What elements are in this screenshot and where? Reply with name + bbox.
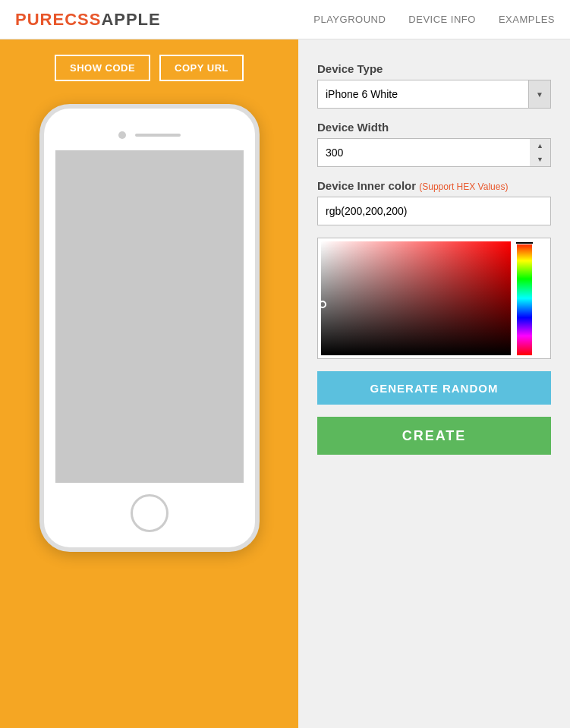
- nav-link-examples[interactable]: EXAMPLES: [499, 14, 555, 25]
- color-gradient-picker[interactable]: [321, 241, 511, 355]
- logo-apple-text: APPLE: [101, 10, 160, 29]
- iphone-mockup: [39, 104, 260, 552]
- show-code-button[interactable]: SHOW CODE: [55, 55, 150, 81]
- device-inner-color-field: Device Inner color (Support HEX Values): [317, 179, 551, 225]
- device-type-label: Device Type: [317, 62, 551, 75]
- logo-css-text: CSS: [65, 10, 101, 29]
- spinner-up-button[interactable]: ▲: [530, 139, 550, 153]
- copy-url-button[interactable]: COPY URL: [159, 55, 244, 81]
- navbar: PURECSSAPPLE PLAYGROUND DEVICE INFO EXAM…: [0, 0, 570, 39]
- right-panel: Device Type iPhone 6 White iPhone 6 Blac…: [298, 39, 570, 728]
- spinner-down-button[interactable]: ▼: [530, 153, 550, 166]
- color-cursor: [319, 301, 326, 308]
- device-width-input-wrapper: ▲ ▼: [317, 138, 551, 167]
- iphone-top-bar: [118, 131, 181, 139]
- number-spinners: ▲ ▼: [530, 138, 551, 167]
- hue-slider-container: [517, 241, 532, 355]
- iphone-camera: [118, 131, 126, 139]
- device-width-input[interactable]: [317, 138, 551, 167]
- device-type-field: Device Type iPhone 6 White iPhone 6 Blac…: [317, 62, 551, 109]
- hue-slider[interactable]: [517, 241, 532, 355]
- left-panel: SHOW CODE COPY URL: [0, 39, 298, 728]
- iphone-speaker: [135, 134, 181, 137]
- iphone-screen: [55, 150, 244, 483]
- device-width-label: Device Width: [317, 121, 551, 134]
- nav-link-playground[interactable]: PLAYGROUND: [313, 14, 386, 25]
- main-content: SHOW CODE COPY URL Device Type iPhone 6 …: [0, 39, 570, 728]
- device-width-field: Device Width ▲ ▼: [317, 121, 551, 167]
- toolbar: SHOW CODE COPY URL: [15, 55, 283, 81]
- nav-links: PLAYGROUND DEVICE INFO EXAMPLES: [313, 14, 555, 25]
- device-type-select-wrapper: iPhone 6 White iPhone 6 Black iPhone 6 P…: [317, 80, 551, 109]
- device-type-select[interactable]: iPhone 6 White iPhone 6 Black iPhone 6 P…: [317, 80, 551, 109]
- logo: PURECSSAPPLE: [15, 10, 313, 30]
- generate-random-button[interactable]: GENERATE RANDOM: [317, 371, 551, 405]
- nav-link-device-info[interactable]: DEVICE INFO: [408, 14, 476, 25]
- iphone-home-button: [131, 494, 168, 532]
- device-inner-color-label: Device Inner color (Support HEX Values): [317, 179, 551, 192]
- device-inner-color-note: (Support HEX Values): [419, 181, 508, 192]
- device-inner-color-input[interactable]: [317, 197, 551, 225]
- create-button[interactable]: CREATE: [317, 417, 551, 455]
- logo-pure-text: PURE: [15, 10, 65, 29]
- color-picker: [317, 238, 551, 359]
- hue-indicator: [515, 241, 534, 244]
